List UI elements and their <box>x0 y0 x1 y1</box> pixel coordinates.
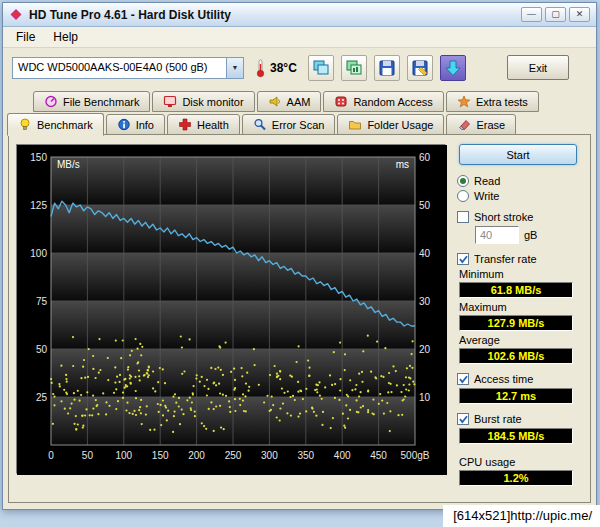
svg-text:100: 100 <box>30 248 47 259</box>
short-stroke-label: Short stroke <box>474 211 533 223</box>
tab-label: AAM <box>287 96 311 108</box>
access-time-value: 12.7 ms <box>459 388 573 404</box>
burst-rate-checkbox[interactable]: Burst rate <box>457 413 583 425</box>
extra-tests-icon <box>457 95 471 108</box>
svg-text:10: 10 <box>419 392 431 403</box>
toolbar: WDC WD5000AAKS-00E4A0 (500 gB) ▼ 38°C <box>3 48 596 87</box>
read-label: Read <box>474 175 500 187</box>
write-radio[interactable]: Write <box>457 190 583 202</box>
svg-text:150: 150 <box>152 450 169 461</box>
maximum-label: Maximum <box>459 301 583 313</box>
average-value: 102.6 MB/s <box>459 348 573 364</box>
window-title: HD Tune Pro 4.61 - Hard Disk Utility <box>29 8 518 22</box>
read-radio[interactable]: Read <box>457 175 583 187</box>
maximize-icon[interactable]: ▢ <box>545 7 566 22</box>
tab-aam[interactable]: AAM <box>257 91 322 112</box>
tab-health[interactable]: Health <box>167 114 240 135</box>
tab-label: Erase <box>476 119 505 131</box>
tab-error-scan[interactable]: Error Scan <box>242 114 336 135</box>
tab-label: Disk monitor <box>182 96 243 108</box>
benchmark-chart-svg: 2550751001251501020304050600501001502002… <box>17 145 447 475</box>
tab-label: Info <box>136 119 154 131</box>
lamp-icon <box>18 118 32 131</box>
svg-text:ms: ms <box>396 159 409 170</box>
download-arrow-icon <box>444 59 462 77</box>
checkbox-checked-icon <box>457 413 469 425</box>
minimum-label: Minimum <box>459 268 583 280</box>
dice-icon <box>334 95 348 108</box>
svg-text:75: 75 <box>36 296 48 307</box>
svg-text:250: 250 <box>225 450 242 461</box>
start-button[interactable]: Start <box>459 144 577 165</box>
tab-label: Benchmark <box>37 119 93 131</box>
short-stroke-size-input[interactable]: 40 <box>475 226 519 244</box>
save-results-button[interactable] <box>407 55 433 81</box>
title-bar: HD Tune Pro 4.61 - Hard Disk Utility — ▢… <box>3 3 596 27</box>
svg-text:60: 60 <box>419 152 431 163</box>
benchmark-tab-page: 2550751001251501020304050600501001502002… <box>8 134 591 503</box>
transfer-rate-checkbox[interactable]: Transfer rate <box>457 253 583 265</box>
svg-text:450: 450 <box>370 450 387 461</box>
menu-bar: File Help <box>3 27 596 48</box>
short-stroke-checkbox[interactable]: Short stroke <box>457 211 583 223</box>
copy-screenshot-icon <box>312 59 330 77</box>
tab-benchmark[interactable]: Benchmark <box>7 113 104 136</box>
menu-help[interactable]: Help <box>44 28 87 46</box>
svg-text:50: 50 <box>36 344 48 355</box>
tab-folder-usage[interactable]: Folder Usage <box>337 114 444 135</box>
close-icon[interactable]: ✕ <box>569 7 590 22</box>
maximum-value: 127.9 MB/s <box>459 315 573 331</box>
svg-text:400: 400 <box>334 450 351 461</box>
svg-text:30: 30 <box>419 296 431 307</box>
exit-button[interactable]: Exit <box>507 55 569 80</box>
menu-file[interactable]: File <box>7 28 44 46</box>
chevron-down-icon[interactable]: ▼ <box>226 58 243 78</box>
svg-text:100: 100 <box>115 450 132 461</box>
burst-rate-value: 184.5 MB/s <box>459 428 573 444</box>
svg-text:20: 20 <box>419 344 431 355</box>
svg-text:25: 25 <box>36 392 48 403</box>
watermark: [614x521]http://upic.me/ <box>443 505 600 527</box>
thermometer-icon <box>255 58 266 78</box>
svg-text:300: 300 <box>261 450 278 461</box>
drive-select-value: WDC WD5000AAKS-00E4A0 (500 gB) <box>13 58 226 78</box>
short-stroke-size-row: 40 gB <box>475 226 583 244</box>
tab-erase[interactable]: Erase <box>446 114 516 135</box>
tab-random-access[interactable]: Random Access <box>323 91 443 112</box>
svg-text:MB/s: MB/s <box>57 159 80 170</box>
svg-text:40: 40 <box>419 248 431 259</box>
access-time-checkbox[interactable]: Access time <box>457 373 583 385</box>
svg-text:500gB: 500gB <box>401 450 430 461</box>
benchmark-side-panel: Start Read Write Short stroke 40 gB <box>457 144 583 489</box>
app-window: HD Tune Pro 4.61 - Hard Disk Utility — ▢… <box>2 2 597 510</box>
tab-file-benchmark[interactable]: File Benchmark <box>33 91 150 112</box>
tab-label: Error Scan <box>272 119 325 131</box>
tab-label: Folder Usage <box>367 119 433 131</box>
magnifier-icon <box>253 118 267 131</box>
save-results-icon <box>411 59 429 77</box>
tab-row-secondary: File Benchmark Disk monitor AAM Random A… <box>29 91 596 112</box>
checkbox-checked-icon <box>457 253 469 265</box>
tab-extra-tests[interactable]: Extra tests <box>446 91 539 112</box>
update-button[interactable] <box>440 55 466 81</box>
transfer-rate-label: Transfer rate <box>474 253 537 265</box>
svg-text:125: 125 <box>30 200 47 211</box>
drive-select[interactable]: WDC WD5000AAKS-00E4A0 (500 gB) ▼ <box>12 57 244 79</box>
tab-label: Health <box>197 119 229 131</box>
svg-text:50: 50 <box>419 200 431 211</box>
copy-results-button[interactable] <box>341 55 367 81</box>
svg-text:50: 50 <box>82 450 94 461</box>
health-cross-icon <box>178 118 192 131</box>
save-screenshot-button[interactable] <box>374 55 400 81</box>
tab-label: Extra tests <box>476 96 528 108</box>
save-screenshot-icon <box>378 59 396 77</box>
tab-disk-monitor[interactable]: Disk monitor <box>152 91 254 112</box>
tab-info[interactable]: Info <box>106 114 165 135</box>
copy-screenshot-button[interactable] <box>308 55 334 81</box>
minimize-icon[interactable]: — <box>521 7 542 22</box>
disk-monitor-icon <box>163 95 177 108</box>
benchmark-chart: 2550751001251501020304050600501001502002… <box>16 144 446 474</box>
radio-selected-icon <box>457 175 469 187</box>
tab-label: Random Access <box>353 96 432 108</box>
tab-label: File Benchmark <box>63 96 139 108</box>
